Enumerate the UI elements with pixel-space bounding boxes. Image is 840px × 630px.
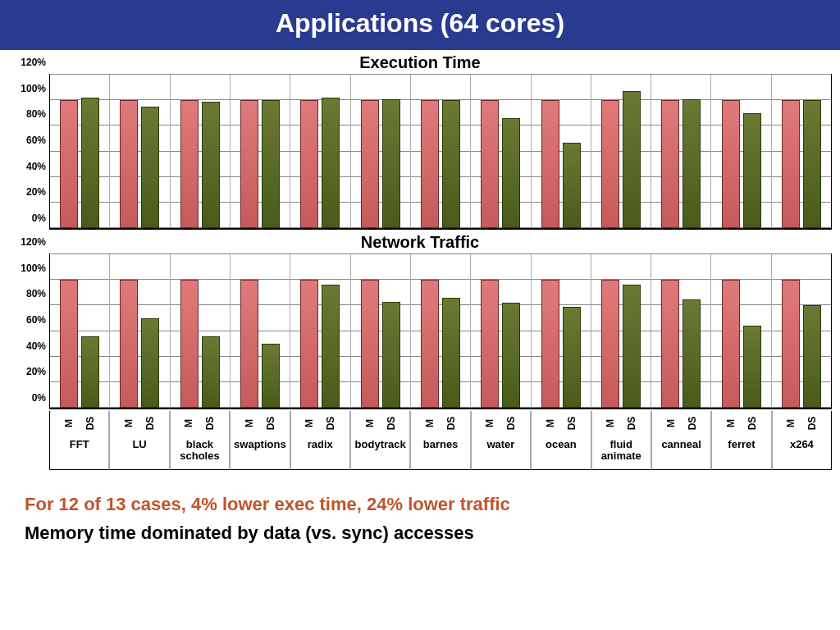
series-label-m: M [244, 414, 255, 432]
bar-group [471, 254, 531, 408]
series-label-ds: DS [265, 414, 276, 432]
sublabel-group: MDS [170, 411, 230, 436]
bar-group [651, 254, 711, 408]
y-tick: 120% [8, 57, 46, 68]
bar-group [351, 254, 411, 408]
bar-group [290, 254, 350, 408]
bar-ds [81, 98, 99, 228]
series-label-ds: DS [687, 414, 698, 432]
y-tick: 80% [8, 288, 46, 299]
bar-group [110, 254, 170, 408]
category-label: LU [109, 436, 169, 470]
series-label-m: M [183, 414, 194, 432]
sublabel-group: MDS [230, 411, 290, 436]
sublabel-group: MDS [350, 411, 410, 436]
category-label: canneal [651, 436, 711, 470]
bar-ds [563, 307, 581, 408]
series-label-ds: DS [386, 414, 397, 432]
bar-m [481, 280, 499, 408]
bar-m [601, 100, 619, 228]
y-tick: 80% [8, 108, 46, 120]
bar-m [782, 280, 800, 408]
bar-group [411, 75, 471, 228]
sublabel-group: MDS [591, 411, 651, 436]
category-label: x264 [772, 436, 832, 470]
bar-m [120, 280, 138, 408]
bar-group [351, 75, 411, 228]
bar-ds [382, 302, 400, 408]
series-sublabels: MDSMDSMDSMDSMDSMDSMDSMDSMDSMDSMDSMDSMDS [49, 411, 832, 436]
slide-title: Applications (64 cores) [0, 0, 840, 50]
sublabel-group: MDS [290, 411, 350, 436]
bar-ds [81, 336, 99, 408]
bar-m [60, 100, 78, 228]
bar-m [120, 100, 138, 228]
y-tick: 40% [8, 340, 46, 352]
series-label-m: M [63, 414, 75, 432]
series-label-m: M [304, 414, 315, 432]
series-label-ds: DS [325, 414, 336, 432]
bar-m [661, 100, 679, 228]
category-label: water [471, 436, 531, 470]
series-label-m: M [484, 414, 495, 432]
series-label-ds: DS [806, 414, 818, 432]
category-label: fluid animate [591, 436, 651, 470]
bar-group [772, 75, 831, 228]
y-tick: 20% [8, 366, 46, 377]
y-tick: 20% [8, 186, 46, 198]
category-labels: FFTLUblack scholesswaptionsradixbodytrac… [49, 436, 832, 470]
y-tick: 100% [8, 83, 46, 94]
bar-ds [502, 303, 520, 408]
y-tick: 120% [8, 236, 46, 248]
series-label-ds: DS [84, 414, 96, 432]
bar-group [591, 254, 651, 408]
bar-group [171, 75, 231, 228]
series-label-m: M [785, 414, 797, 432]
bar-group [532, 75, 591, 228]
bar-ds [141, 107, 159, 228]
bar-m [541, 100, 559, 228]
bar-ds [202, 102, 220, 228]
bar-m [180, 280, 199, 408]
y-tick: 40% [8, 161, 46, 172]
bar-m [60, 280, 78, 408]
bar-m [300, 280, 318, 408]
bar-m [421, 100, 439, 228]
bar-ds [743, 326, 761, 408]
bar-group [290, 75, 350, 228]
bar-ds [322, 285, 340, 408]
bar-group [231, 75, 290, 228]
series-label-m: M [665, 414, 677, 432]
series-label-m: M [605, 414, 616, 432]
series-label-ds: DS [144, 414, 156, 432]
bar-m [240, 100, 258, 228]
category-label: FFT [49, 436, 109, 470]
series-label-ds: DS [746, 414, 758, 432]
category-label: barnes [410, 436, 470, 470]
bar-group [231, 254, 290, 408]
bar-ds [502, 118, 520, 228]
bar-group [532, 254, 591, 408]
bar-m [661, 280, 679, 408]
y-tick: 0% [8, 212, 46, 224]
category-label: bodytrack [350, 436, 410, 470]
bar-group [711, 75, 771, 228]
series-label-ds: DS [505, 414, 517, 432]
series-label-m: M [545, 414, 556, 432]
sublabel-group: MDS [531, 411, 591, 436]
y-tick: 100% [8, 262, 46, 274]
bar-m [722, 280, 740, 408]
bar-m [722, 100, 740, 228]
bar-ds [382, 99, 400, 228]
bar-ds [262, 344, 280, 408]
bar-m [481, 100, 499, 228]
bar-m [601, 280, 619, 408]
note-secondary: Memory time dominated by data (vs. sync)… [25, 518, 840, 547]
bar-ds [563, 143, 581, 228]
bar-group [591, 75, 651, 228]
bar-ds [682, 99, 701, 228]
category-label: ferret [711, 436, 771, 470]
bar-ds [202, 336, 220, 408]
bar-ds [322, 98, 340, 228]
y-tick: 60% [8, 135, 46, 146]
